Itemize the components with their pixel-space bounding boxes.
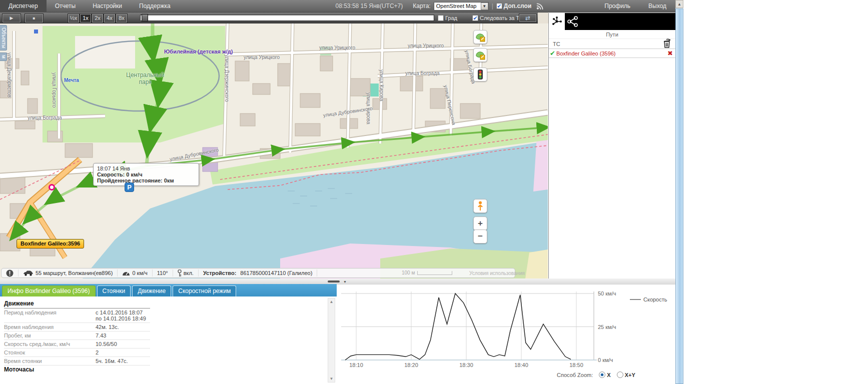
page-scrollbar[interactable]: ▲ — [675, 0, 683, 384]
horizontal-splitter[interactable]: ▼ — [0, 278, 675, 284]
speed-text: 0 км/ч — [132, 270, 147, 276]
splitter-collapse-icon[interactable]: ▼ — [343, 280, 347, 284]
svg-text:18:50: 18:50 — [569, 362, 583, 368]
group-label: ТС — [553, 41, 560, 47]
speed-button-½x[interactable]: ½x — [68, 14, 79, 22]
speed-button-8x[interactable]: 8x — [116, 14, 127, 22]
scrollbar-up-icon[interactable]: ▲ — [675, 0, 683, 8]
info-row-value: с 14.01.2016 18:07 по 14.01.2016 18:49 — [96, 310, 146, 322]
trash-icon[interactable] — [662, 38, 671, 49]
scrollbar-thumb[interactable] — [675, 8, 683, 384]
grad-checkbox[interactable] — [438, 15, 444, 21]
scroll-down-icon[interactable]: ▼ — [328, 376, 335, 382]
follow-label[interactable]: Следовать за ТС — [480, 15, 523, 21]
zoom-mode-label: Способ Zoom: — [557, 372, 593, 378]
info-row: Скорость сред./макс, км/ч10.56/50 — [4, 340, 150, 348]
zoom-out-button[interactable]: − — [473, 230, 487, 244]
rss-feed-icon[interactable] — [536, 2, 544, 10]
route-text: 55 маршрут, Волжанин(ев896) — [36, 270, 113, 276]
stop-button[interactable]: ■ — [25, 14, 43, 22]
ignition-segment: вкл. — [173, 270, 199, 276]
playback-speed-group: ½x1x2x4x8x — [67, 14, 127, 22]
track-item-label[interactable]: Boxfinder Galileo (3596) — [556, 50, 616, 56]
tracks-title: Пути — [549, 30, 675, 39]
route-edit-button-1[interactable] — [473, 30, 487, 44]
alert-icon — [6, 270, 14, 277]
info-row-label: Период наблюдения — [4, 310, 96, 322]
layers-label[interactable]: Доп.слои — [504, 2, 531, 10]
layers-checkbox[interactable]: ✔ — [496, 3, 502, 9]
info-row-label: Скорость сред./макс, км/ч — [4, 341, 96, 347]
speed-chart[interactable]: 18:1018:2018:3018:4018:5050 км/ч25 км/ч0… — [337, 284, 678, 371]
grad-label[interactable]: Град — [445, 15, 457, 21]
info-tab-Инфо Boxfinder Galileo (3596)[interactable]: Инфо Boxfinder Galileo (3596) — [2, 286, 96, 296]
track-item-row[interactable]: ✔ Boxfinder Galileo (3596) ✖ — [549, 49, 675, 58]
parking-marker[interactable]: P — [125, 182, 134, 192]
zoom-x-radio[interactable] — [599, 372, 605, 378]
vehicle-icon — [23, 270, 34, 276]
menu-item-Диспетчер[interactable]: Диспетчер — [0, 0, 47, 12]
key-icon — [178, 270, 182, 277]
poi-circle-marker — [49, 184, 55, 190]
logout-menu-item[interactable]: Выход — [639, 2, 675, 10]
share-nodes-icon[interactable] — [565, 13, 581, 30]
objects-side-tab[interactable]: Объекты — [0, 25, 7, 50]
svg-text:50 км/ч: 50 км/ч — [598, 290, 616, 296]
select-dropdown-icon[interactable]: ▼ — [481, 2, 488, 10]
map-attribution[interactable]: Условия использования — [469, 270, 525, 276]
svg-text:18:20: 18:20 — [404, 362, 418, 368]
second-side-tab[interactable]: м — [0, 52, 7, 61]
map-canvas[interactable]: Юбилейная (детская ж/д)Центральный паркМ… — [0, 24, 548, 278]
remove-track-icon[interactable]: ✖ — [667, 50, 674, 57]
street-view-person-button[interactable] — [473, 199, 487, 213]
ignition-text: вкл. — [184, 270, 194, 276]
playback-slider-handle[interactable] — [142, 14, 148, 22]
info-row: Стоянок2 — [4, 348, 150, 357]
play-button[interactable]: ▶ — [3, 14, 21, 22]
playback-slider[interactable] — [140, 14, 434, 21]
zoom-xy-label[interactable]: X+Y — [625, 372, 635, 378]
info-tab-Скоростной режим[interactable]: Скоростной режим — [173, 286, 236, 296]
toolbar-filler — [538, 12, 548, 24]
swap-panels-button[interactable]: ⇄ — [519, 14, 536, 22]
vehicle-group-row[interactable]: ТС — [549, 39, 675, 49]
speed-button-4x[interactable]: 4x — [104, 14, 115, 22]
splitter-handle[interactable] — [328, 280, 340, 282]
profile-menu-item[interactable]: Профиль — [595, 2, 639, 10]
info-tab-Стоянки[interactable]: Стоянки — [97, 286, 131, 296]
vehicle-map-label[interactable]: Boxfinder Galileo:3596 — [17, 239, 84, 248]
info-scrollbar[interactable]: ▲ ▼ — [328, 298, 335, 382]
map-provider-select[interactable]: OpenStreet Map ▼ — [434, 2, 489, 10]
speed-button-1x[interactable]: 1x — [80, 14, 91, 22]
info-row: Период наблюденияс 14.01.2016 18:07 по 1… — [4, 308, 150, 323]
follow-option: ✔ Следовать за ТС — [472, 15, 523, 21]
info-row-label: Время стоянки — [4, 358, 96, 364]
device-value: 861785000147110 (Галилео) — [240, 270, 312, 276]
menubar-right: 08:53:58 15 Янв(UTC+7) Карта: OpenStreet… — [336, 2, 675, 10]
follow-checkbox[interactable]: ✔ — [472, 15, 478, 21]
svg-text:25 км/ч: 25 км/ч — [598, 324, 616, 330]
vehicle-info-panel: Инфо Boxfinder Galileo (3596)СтоянкиДвиж… — [0, 284, 337, 384]
scroll-up-icon[interactable]: ▲ — [328, 298, 335, 305]
zoom-xy-radio[interactable] — [617, 372, 623, 378]
route-edit-button-2[interactable] — [473, 48, 487, 62]
zoom-in-button[interactable]: + — [473, 216, 487, 230]
menu-item-Настройки[interactable]: Настройки — [84, 0, 131, 12]
info-row-value: 7.43 — [96, 332, 106, 338]
main-menu: ДиспетчерОтчетыНастройкиПоддержка — [0, 0, 179, 12]
svg-text:18:40: 18:40 — [514, 362, 528, 368]
scale-label: 100 м — [402, 270, 415, 276]
menu-item-Отчеты[interactable]: Отчеты — [47, 0, 84, 12]
menu-item-Поддержка[interactable]: Поддержка — [131, 0, 179, 12]
info-row: Время наблюдения42м. 13с. — [4, 323, 150, 332]
check-icon: ✔ — [550, 50, 555, 57]
info-content: Движение Период наблюденияс 14.01.2016 1… — [0, 296, 325, 384]
speed-button-2x[interactable]: 2x — [92, 14, 103, 22]
info-row-label: Пробег, км — [4, 332, 96, 338]
zoom-x-label[interactable]: X — [607, 372, 610, 378]
traffic-layer-button[interactable] — [473, 68, 487, 82]
course-segment: 110° — [153, 270, 173, 276]
track-nodes-icon[interactable] — [549, 13, 565, 30]
info-tab-Движение[interactable]: Движение — [132, 286, 171, 296]
alert-segment[interactable] — [2, 270, 19, 276]
